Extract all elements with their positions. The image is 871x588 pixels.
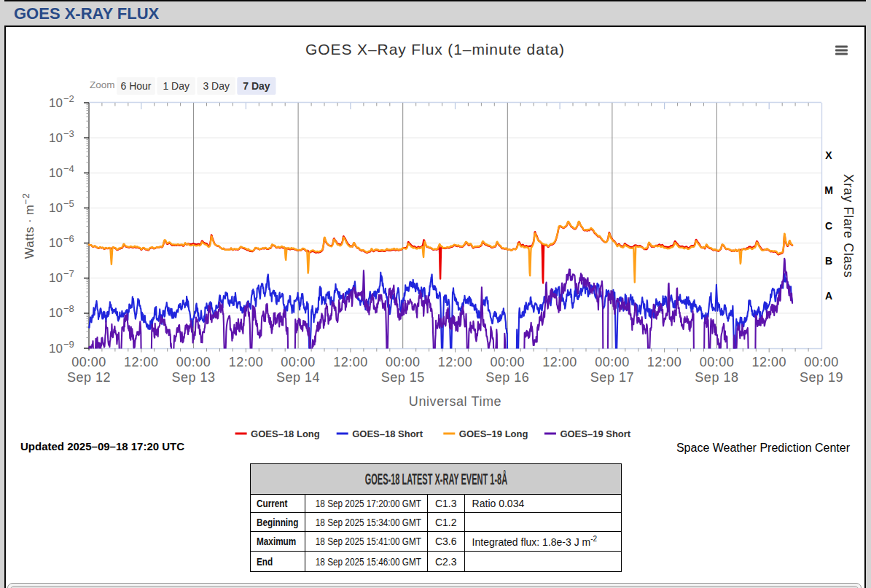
- svg-text:Watts · m−2: Watts · m−2: [20, 193, 36, 259]
- svg-text:M: M: [824, 184, 833, 196]
- svg-text:Sep 14: Sep 14: [276, 370, 320, 385]
- svg-text:00:00: 00:00: [491, 355, 526, 369]
- svg-text:−2: −2: [63, 93, 74, 104]
- svg-text:−3: −3: [63, 128, 74, 139]
- svg-text:−5: −5: [63, 198, 74, 209]
- svg-text:Sep 15: Sep 15: [381, 370, 425, 385]
- svg-text:−7: −7: [63, 268, 74, 279]
- svg-text:6 Hour: 6 Hour: [120, 80, 151, 92]
- svg-text:00:00: 00:00: [281, 355, 316, 369]
- svg-text:00:00: 00:00: [386, 355, 421, 369]
- svg-text:00:00: 00:00: [176, 355, 211, 369]
- svg-text:12:00: 12:00: [333, 355, 368, 369]
- svg-text:Sep 16: Sep 16: [485, 370, 529, 385]
- svg-text:10: 10: [49, 96, 63, 110]
- svg-text:10: 10: [49, 166, 63, 180]
- svg-text:00:00: 00:00: [595, 355, 630, 369]
- svg-text:−9: −9: [63, 339, 74, 350]
- svg-text:Updated 2025–09–18 17:20 UTC: Updated 2025–09–18 17:20 UTC: [20, 440, 184, 452]
- svg-text:10: 10: [49, 131, 63, 145]
- svg-text:−4: −4: [63, 163, 74, 174]
- svg-text:GOES–19 Long: GOES–19 Long: [459, 428, 528, 439]
- svg-text:GOES–18 Short: GOES–18 Short: [352, 428, 423, 439]
- svg-text:A: A: [825, 290, 832, 302]
- svg-text:Sep 18: Sep 18: [695, 370, 738, 385]
- svg-text:−8: −8: [63, 303, 74, 314]
- svg-text:10: 10: [49, 271, 63, 285]
- svg-text:10: 10: [49, 306, 63, 320]
- svg-text:Universal Time: Universal Time: [409, 394, 501, 409]
- svg-text:12:00: 12:00: [647, 355, 682, 369]
- svg-text:10: 10: [49, 236, 63, 250]
- svg-text:7 Day: 7 Day: [243, 80, 270, 92]
- svg-text:Sep 13: Sep 13: [172, 370, 216, 385]
- svg-text:00:00: 00:00: [700, 355, 735, 369]
- svg-text:12:00: 12:00: [751, 355, 786, 369]
- svg-text:10: 10: [49, 201, 63, 215]
- svg-text:B: B: [825, 255, 832, 267]
- svg-text:GOES X–Ray Flux (1–minute data: GOES X–Ray Flux (1–minute data): [305, 41, 565, 58]
- svg-text:X: X: [825, 149, 832, 161]
- svg-text:10: 10: [49, 342, 63, 356]
- svg-text:Sep 12: Sep 12: [67, 370, 111, 385]
- svg-text:Space Weather Prediction Cente: Space Weather Prediction Center: [676, 442, 851, 454]
- svg-text:GOES–18 Long: GOES–18 Long: [251, 428, 320, 439]
- svg-text:12:00: 12:00: [438, 355, 473, 369]
- svg-text:−6: −6: [63, 233, 74, 244]
- svg-text:Sep 19: Sep 19: [800, 370, 843, 385]
- svg-text:1 Day: 1 Day: [163, 80, 190, 92]
- svg-text:12:00: 12:00: [124, 355, 159, 369]
- svg-text:C: C: [825, 220, 832, 232]
- svg-text:Xray Flare Class: Xray Flare Class: [841, 174, 856, 278]
- svg-text:GOES–19 Short: GOES–19 Short: [560, 428, 630, 439]
- svg-text:12:00: 12:00: [542, 355, 577, 369]
- svg-text:00:00: 00:00: [804, 355, 839, 369]
- svg-text:3 Day: 3 Day: [203, 80, 230, 92]
- svg-text:Zoom: Zoom: [90, 79, 115, 90]
- svg-text:Sep 17: Sep 17: [590, 370, 634, 385]
- svg-text:12:00: 12:00: [229, 355, 264, 369]
- svg-text:00:00: 00:00: [71, 355, 106, 369]
